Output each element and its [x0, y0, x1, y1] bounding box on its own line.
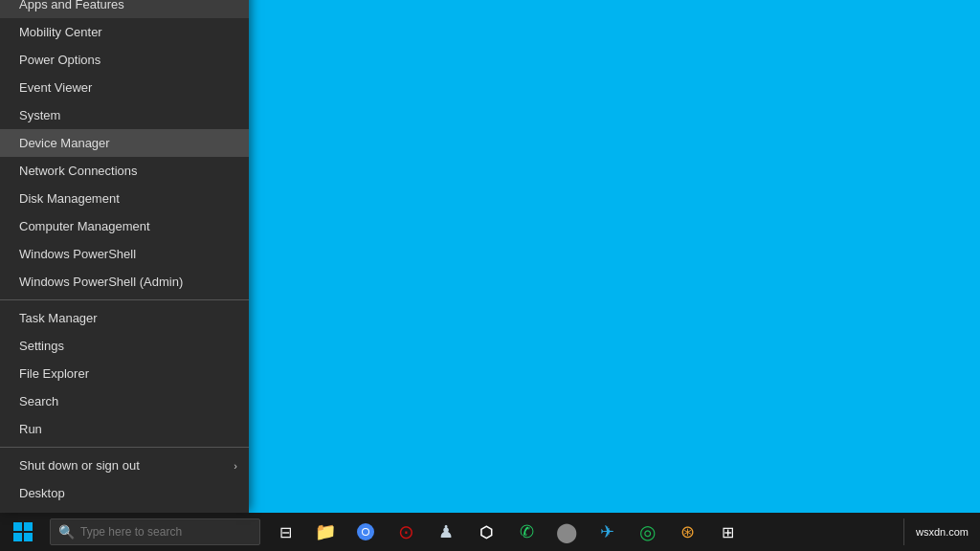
- taskbar-icons: ⊟ 📁 ⊙ ♟ ⬡ ✆ ⬤ ✈ ◎ ⊛ ⊞: [266, 513, 746, 551]
- file-explorer-button[interactable]: 📁: [306, 513, 345, 551]
- menu-item-shut-down[interactable]: Shut down or sign out›: [0, 452, 249, 479]
- epic-games-button[interactable]: ⬡: [467, 513, 505, 551]
- wsxdn-label: wsxdn.com: [916, 526, 969, 538]
- system-tray: wsxdn.com: [902, 513, 980, 551]
- menu-item-search[interactable]: Search: [0, 387, 249, 415]
- chrome-button[interactable]: [346, 513, 385, 551]
- menu-item-label: Search: [19, 394, 58, 408]
- menu-item-desktop[interactable]: Desktop: [0, 479, 249, 507]
- context-menu: Apps and FeaturesMobility CenterPower Op…: [0, 0, 249, 513]
- menu-item-event-viewer[interactable]: Event Viewer: [0, 74, 249, 101]
- search-icon: 🔍: [58, 524, 75, 540]
- menu-item-settings[interactable]: Settings: [0, 332, 249, 360]
- svg-rect-2: [13, 533, 22, 541]
- taskbar: 🔍 ⊟ 📁 ⊙ ♟ ⬡ ✆ ⬤ ✈ ◎ ⊛ ⊞: [0, 513, 980, 551]
- tray-divider: [903, 518, 904, 545]
- menu-item-power-options[interactable]: Power Options: [0, 46, 249, 74]
- svg-point-6: [363, 529, 368, 535]
- menu-item-device-manager[interactable]: Device Manager: [0, 129, 249, 157]
- app7-button[interactable]: ⬤: [547, 513, 586, 551]
- menu-item-label: Apps and Features: [19, 0, 124, 11]
- menu-item-label: Run: [19, 422, 42, 436]
- menu-item-run[interactable]: Run: [0, 415, 249, 443]
- opera-button[interactable]: ⊙: [387, 513, 425, 551]
- menu-item-label: Computer Management: [19, 219, 150, 233]
- menu-item-system[interactable]: System: [0, 101, 249, 129]
- task-view-button[interactable]: ⊟: [266, 513, 304, 551]
- svg-rect-0: [13, 522, 22, 531]
- svg-rect-1: [24, 522, 33, 531]
- menu-item-label: Event Viewer: [19, 80, 92, 95]
- menu-item-label: Power Options: [19, 53, 100, 67]
- menu-item-label: Mobility Center: [19, 25, 102, 39]
- menu-item-disk-management[interactable]: Disk Management: [0, 185, 249, 212]
- menu-item-windows-powershell[interactable]: Windows PowerShell: [0, 240, 249, 268]
- submenu-arrow-icon: ›: [234, 460, 237, 472]
- menu-item-label: Network Connections: [19, 164, 138, 178]
- menu-item-mobility-center[interactable]: Mobility Center: [0, 18, 249, 46]
- search-input[interactable]: [80, 525, 243, 539]
- menu-item-computer-management[interactable]: Computer Management: [0, 212, 249, 240]
- menu-item-network-connections[interactable]: Network Connections: [0, 157, 249, 185]
- whatsapp-button[interactable]: ✆: [507, 513, 546, 551]
- menu-item-task-manager[interactable]: Task Manager: [0, 304, 249, 332]
- menu-item-label: Disk Management: [19, 191, 120, 206]
- menu-item-label: System: [19, 108, 60, 122]
- menu-separator: [0, 299, 249, 300]
- menu-item-label: Settings: [19, 339, 64, 353]
- windows-logo-icon: [13, 522, 33, 541]
- steam-button[interactable]: ♟: [427, 513, 465, 551]
- menu-item-apps-features[interactable]: Apps and Features: [0, 0, 249, 18]
- spotify-button[interactable]: ◎: [628, 513, 666, 551]
- tray-clock[interactable]: wsxdn.com: [908, 513, 976, 551]
- desktop: Apps and FeaturesMobility CenterPower Op…: [0, 0, 980, 551]
- menu-item-label: Device Manager: [19, 136, 110, 150]
- menu-item-label: Task Manager: [19, 311, 98, 325]
- menu-separator: [0, 447, 249, 448]
- menu-item-windows-powershell-admin[interactable]: Windows PowerShell (Admin): [0, 268, 249, 296]
- menu-item-label: Desktop: [19, 486, 65, 500]
- menu-item-label: File Explorer: [19, 366, 89, 381]
- menu-item-label: Windows PowerShell: [19, 247, 136, 261]
- menu-item-label: Shut down or sign out: [19, 458, 140, 473]
- search-bar[interactable]: 🔍: [50, 518, 260, 545]
- menu-item-file-explorer[interactable]: File Explorer: [0, 360, 249, 387]
- app11-button[interactable]: ⊞: [708, 513, 746, 551]
- svg-rect-3: [24, 533, 33, 541]
- menu-item-label: Windows PowerShell (Admin): [19, 275, 183, 289]
- start-button[interactable]: [0, 513, 46, 551]
- chrome-icon: [356, 522, 375, 541]
- telegram-button[interactable]: ✈: [588, 513, 626, 551]
- app10-button[interactable]: ⊛: [668, 513, 706, 551]
